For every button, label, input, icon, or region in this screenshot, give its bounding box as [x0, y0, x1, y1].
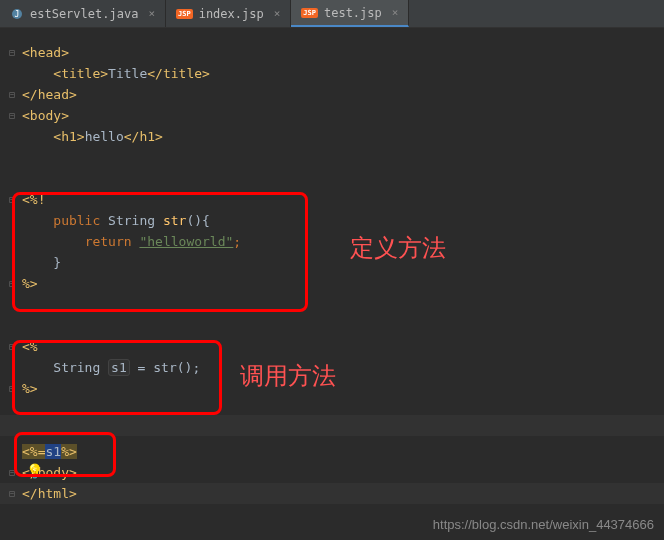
tab-label: index.jsp — [199, 7, 264, 21]
java-icon: J — [10, 7, 24, 21]
fold-icon[interactable]: ⊟ — [6, 47, 18, 58]
fold-icon[interactable]: ⊟ — [6, 341, 18, 352]
svg-text:J: J — [15, 10, 20, 19]
tab-servlet[interactable]: J estServlet.java × — [0, 0, 166, 27]
tab-index[interactable]: JSP index.jsp × — [166, 0, 291, 27]
tab-label: test.jsp — [324, 6, 382, 20]
lightbulb-icon[interactable]: 💡 — [26, 463, 43, 479]
editor-tabs: J estServlet.java × JSP index.jsp × JSP … — [0, 0, 664, 28]
close-icon[interactable]: × — [148, 7, 155, 20]
jsp-icon: JSP — [176, 9, 193, 19]
fold-icon[interactable]: ⊟ — [6, 278, 18, 289]
close-icon[interactable]: × — [392, 6, 399, 19]
code-editor[interactable]: ⊟<head> <title>Title</title> ⊟</head> ⊟<… — [0, 28, 664, 504]
fold-icon[interactable]: ⊟ — [6, 194, 18, 205]
fold-icon[interactable]: ⊟ — [6, 488, 18, 499]
close-icon[interactable]: × — [274, 7, 281, 20]
tab-test[interactable]: JSP test.jsp × — [291, 0, 409, 27]
watermark: https://blog.csdn.net/weixin_44374666 — [433, 517, 654, 532]
jsp-icon: JSP — [301, 8, 318, 18]
fold-icon[interactable]: ⊟ — [6, 467, 18, 478]
fold-icon[interactable]: ⊟ — [6, 383, 18, 394]
fold-icon[interactable]: ⊟ — [6, 89, 18, 100]
tab-label: estServlet.java — [30, 7, 138, 21]
fold-icon[interactable]: ⊟ — [6, 110, 18, 121]
